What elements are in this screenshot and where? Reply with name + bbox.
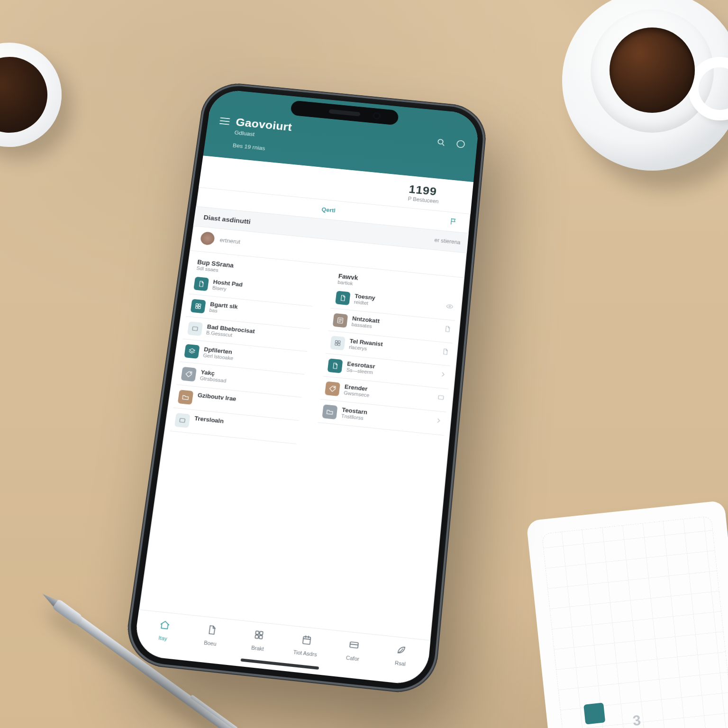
app-screen: Gaovoiurt Gdluast Bes 19 rnias	[133, 89, 480, 686]
doc-icon	[441, 348, 450, 357]
sheet-icon	[333, 313, 348, 328]
right-column: Fawvk bartiok ToesnyreidtetNntzokattbass…	[299, 269, 459, 602]
svg-rect-19	[438, 395, 444, 400]
doc-icon	[443, 325, 451, 335]
calendar-icon	[300, 634, 313, 648]
doc-icon	[206, 624, 218, 638]
svg-rect-22	[255, 635, 258, 638]
doc-icon	[335, 291, 350, 305]
svg-rect-11	[180, 419, 185, 423]
grid-icon	[191, 299, 206, 314]
chev-icon	[435, 417, 443, 427]
chev-icon	[439, 371, 447, 381]
svg-rect-23	[259, 636, 263, 639]
svg-rect-24	[302, 637, 310, 645]
nav-grid[interactable]: Brakt	[234, 627, 284, 654]
folder-icon	[178, 390, 194, 405]
avatar	[200, 231, 216, 246]
doc-icon	[328, 358, 343, 373]
svg-point-10	[190, 373, 191, 373]
flag-icon[interactable]	[449, 218, 459, 227]
left-column: Bup SSrana Sdl ssaes Hosht PadBiseryBgar…	[150, 255, 317, 587]
svg-rect-4	[453, 198, 456, 200]
quick-link[interactable]: Qertl	[321, 206, 336, 213]
svg-point-18	[334, 387, 335, 388]
content-columns: Bup SSrana Sdl ssaes Hosht PadBiseryBgar…	[144, 251, 464, 603]
box-icon	[187, 321, 203, 336]
svg-rect-15	[338, 341, 340, 343]
svg-rect-7	[195, 306, 198, 309]
nav-label: Rsal	[395, 660, 406, 667]
svg-rect-20	[255, 631, 259, 634]
svg-rect-2	[453, 194, 459, 195]
svg-point-1	[457, 140, 465, 148]
home-icon	[158, 619, 171, 633]
nav-label: Boeu	[203, 639, 217, 646]
svg-rect-21	[260, 631, 263, 635]
nav-label: Itay	[158, 635, 168, 641]
nav-leaf[interactable]: Rsal	[376, 642, 426, 669]
nav-home[interactable]: Itay	[139, 617, 189, 644]
menu-button[interactable]	[219, 117, 230, 125]
grid-icon	[330, 336, 346, 350]
profile-icon[interactable]	[455, 138, 467, 149]
card-icon	[348, 639, 360, 653]
nav-card[interactable]: Cafor	[328, 637, 378, 664]
svg-rect-3	[453, 196, 459, 198]
overflow-icon[interactable]	[451, 191, 462, 202]
svg-rect-16	[335, 343, 337, 346]
tag-icon	[325, 381, 340, 396]
folder-icon	[322, 404, 337, 419]
doc-icon	[193, 277, 209, 291]
svg-rect-17	[338, 343, 340, 346]
nav-doc[interactable]: Boeu	[186, 622, 237, 649]
profile-label: ertnerut	[219, 237, 241, 245]
section-title: Diast asdinutti	[203, 213, 251, 225]
phone-mockup: Gaovoiurt Gdluast Bes 19 rnias	[123, 80, 489, 696]
svg-point-0	[438, 139, 443, 145]
svg-rect-6	[199, 304, 201, 306]
box-icon	[174, 413, 191, 428]
nav-label: Tiot Asdrs	[293, 649, 317, 657]
svg-rect-5	[196, 304, 198, 306]
tag-icon	[181, 367, 197, 382]
nav-label: Cafor	[346, 655, 359, 662]
svg-rect-14	[335, 340, 337, 343]
grid-icon	[253, 629, 265, 643]
svg-rect-9	[192, 327, 198, 331]
nav-label: Brakt	[251, 645, 264, 652]
section-sub: er stierena	[434, 237, 461, 246]
home-indicator	[240, 658, 319, 670]
nav-calendar[interactable]: Tiot Asdrs	[281, 632, 331, 659]
layers-icon	[184, 344, 200, 359]
leaf-icon	[395, 644, 407, 658]
bottom-nav: ItayBoeuBraktTiot AsdrsCaforRsal	[133, 610, 431, 686]
svg-rect-8	[198, 307, 200, 309]
search-icon[interactable]	[435, 136, 447, 147]
eye-icon	[446, 302, 454, 312]
box-icon	[437, 393, 445, 403]
svg-point-12	[449, 306, 451, 307]
